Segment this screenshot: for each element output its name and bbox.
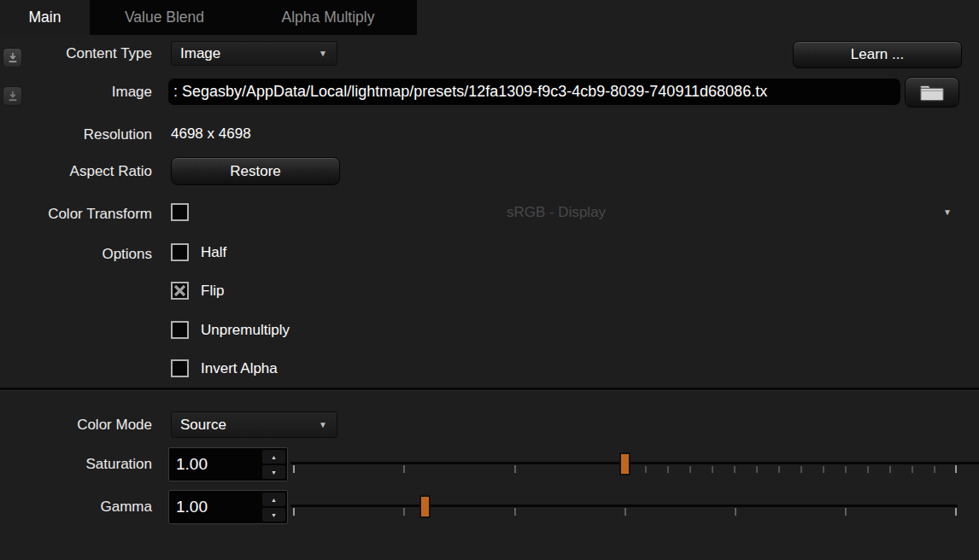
gamma-slider[interactable] bbox=[290, 490, 979, 524]
spin-down-icon: ▼ bbox=[271, 470, 277, 475]
saturation-value: 1.00 bbox=[176, 448, 208, 481]
invert-alpha-label: Invert Alpha bbox=[201, 359, 278, 377]
section-divider bbox=[0, 388, 979, 391]
slider-tick bbox=[756, 466, 758, 473]
saturation-slider-handle[interactable] bbox=[619, 452, 630, 475]
saturation-spin-up-button[interactable]: ▲ bbox=[262, 450, 285, 464]
gamma-spin-down-button[interactable]: ▼ bbox=[262, 508, 285, 522]
gamma-slider-handle[interactable] bbox=[419, 495, 431, 518]
half-checkbox[interactable] bbox=[171, 243, 189, 261]
slider-track bbox=[290, 505, 958, 507]
slider-tick bbox=[955, 465, 957, 473]
color-mode-label: Color Mode bbox=[0, 416, 152, 434]
slider-tick bbox=[912, 466, 913, 473]
spin-up-icon: ▲ bbox=[271, 454, 277, 460]
chevron-down-icon: ▼ bbox=[319, 420, 327, 429]
slider-tick bbox=[934, 466, 935, 473]
tab-value-blend[interactable]: Value Blend bbox=[90, 0, 239, 35]
node-properties-panel: Main Value Blend Alpha Multiply Content … bbox=[0, 0, 979, 560]
saturation-label: Saturation bbox=[0, 455, 152, 473]
restore-button[interactable]: Restore bbox=[171, 157, 340, 185]
unpremultiply-checkbox[interactable] bbox=[171, 321, 189, 339]
slider-tick bbox=[734, 466, 736, 473]
spin-up-icon: ▲ bbox=[271, 497, 277, 503]
chevron-down-icon: ▼ bbox=[943, 208, 952, 217]
gamma-value: 1.00 bbox=[176, 491, 208, 523]
gamma-spinbox[interactable]: 1.00 ▲ ▼ bbox=[168, 490, 288, 524]
slider-tick bbox=[293, 465, 295, 473]
color-profile-value: sRGB - Display bbox=[507, 204, 606, 221]
slider-tick bbox=[624, 508, 626, 516]
slider-tick bbox=[667, 466, 669, 473]
aspect-ratio-label: Aspect Ratio bbox=[0, 162, 152, 180]
gamma-spin-up-button[interactable]: ▲ bbox=[262, 493, 285, 506]
spin-down-icon: ▼ bbox=[271, 512, 277, 518]
slider-tick bbox=[514, 465, 516, 473]
slider-tick bbox=[845, 508, 847, 516]
slider-tick bbox=[689, 466, 691, 473]
folder-button[interactable] bbox=[905, 77, 959, 108]
slider-tick bbox=[293, 508, 295, 516]
color-mode-dropdown[interactable]: Source ▼ bbox=[171, 411, 337, 438]
flip-checkbox[interactable] bbox=[171, 282, 189, 300]
slider-tick bbox=[403, 465, 405, 473]
content-type-dropdown[interactable]: Image ▼ bbox=[171, 41, 337, 66]
tab-main[interactable]: Main bbox=[0, 0, 90, 35]
slider-track bbox=[290, 462, 979, 464]
invert-alpha-checkbox[interactable] bbox=[171, 359, 189, 377]
options-label: Options bbox=[0, 245, 152, 263]
content-type-label: Content Type bbox=[0, 44, 152, 62]
slider-tick bbox=[645, 466, 647, 473]
learn-button-label: Learn ... bbox=[851, 46, 904, 63]
image-path-input[interactable]: : Segasby/AppData/Local/lightmap/presets… bbox=[168, 79, 900, 105]
gamma-label: Gamma bbox=[0, 498, 152, 516]
color-transform-label: Color Transform bbox=[0, 205, 152, 223]
resolution-value: 4698 x 4698 bbox=[171, 125, 251, 143]
unpremultiply-label: Unpremultiply bbox=[201, 321, 290, 339]
slider-tick bbox=[889, 466, 891, 473]
tab-value-blend-label: Value Blend bbox=[125, 9, 204, 26]
saturation-spin-down-button[interactable]: ▼ bbox=[262, 465, 285, 479]
slider-tick bbox=[955, 508, 957, 516]
slider-tick bbox=[403, 508, 405, 516]
image-path-value: : Segasby/AppData/Local/lightmap/presets… bbox=[173, 83, 767, 100]
folder-icon bbox=[919, 83, 945, 102]
tab-alpha-multiply[interactable]: Alpha Multiply bbox=[239, 0, 417, 35]
color-mode-value: Source bbox=[180, 417, 226, 434]
slider-tick bbox=[845, 466, 847, 473]
slider-tick bbox=[712, 466, 713, 473]
slider-tick bbox=[778, 466, 780, 473]
half-label: Half bbox=[201, 243, 226, 261]
slider-tick bbox=[823, 466, 824, 473]
resolution-label: Resolution bbox=[0, 125, 152, 143]
tab-main-label: Main bbox=[29, 9, 62, 26]
image-label: Image bbox=[0, 83, 152, 101]
slider-tick bbox=[735, 508, 736, 516]
flip-label: Flip bbox=[201, 282, 224, 300]
color-profile-dropdown[interactable]: sRGB - Display ▼ bbox=[159, 203, 953, 222]
chevron-down-icon: ▼ bbox=[319, 49, 327, 57]
restore-button-label: Restore bbox=[230, 163, 281, 180]
slider-tick bbox=[514, 508, 516, 516]
tab-alpha-multiply-label: Alpha Multiply bbox=[282, 9, 375, 26]
learn-button[interactable]: Learn ... bbox=[793, 41, 962, 68]
saturation-spinbox[interactable]: 1.00 ▲ ▼ bbox=[168, 447, 288, 481]
saturation-slider[interactable] bbox=[290, 447, 979, 481]
content-type-value: Image bbox=[180, 45, 220, 62]
slider-tick bbox=[867, 466, 869, 473]
slider-tick bbox=[800, 466, 802, 473]
